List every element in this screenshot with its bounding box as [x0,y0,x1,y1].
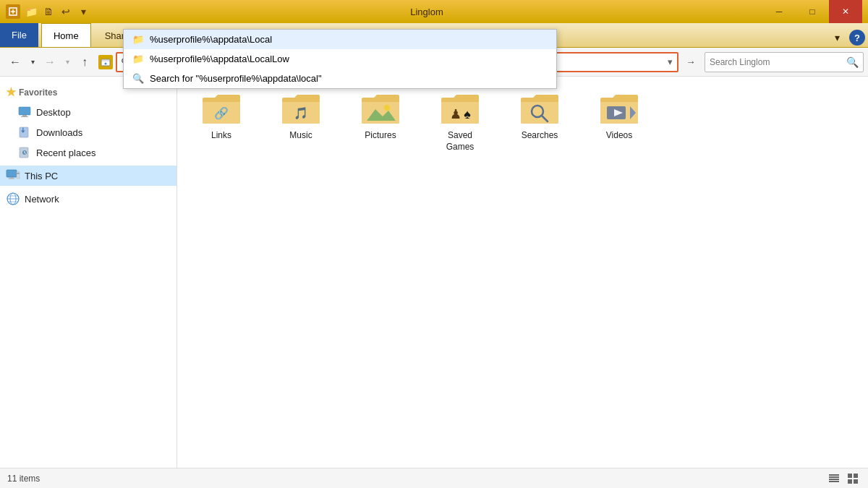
properties-quick-btn[interactable]: 🗎 [41,4,56,20]
autocomplete-dropdown: 📁 %userprofile%\appdata\Local 📁 %userpro… [123,29,557,89]
details-view-button[interactable] [826,471,842,487]
title-bar-left: 📁 🗎 ↩ ▾ [6,4,91,20]
svg-rect-34 [848,479,852,484]
folder-icon-small: 📁 [132,34,144,45]
up-button[interactable]: ↑ [74,52,95,72]
svg-text:♠: ♠ [464,107,471,121]
minimize-button[interactable]: ─ [762,0,796,23]
autocomplete-item-1[interactable]: 📁 %userprofile%\appdata\LocalLow [124,49,556,69]
folder-music-label: Music [289,130,312,142]
sidebar-section-network: Network [0,189,176,209]
ribbon-right: ▾ ? [827,28,868,47]
customize-quick-btn[interactable]: ▾ [75,4,91,20]
title-bar: 📁 🗎 ↩ ▾ Linglom ─ □ ✕ [0,0,868,23]
quick-access-toolbar[interactable]: 📁 🗎 ↩ ▾ [23,4,91,20]
folder-saved-games-icon: ♟ ♠ [438,91,482,127]
folder-links[interactable]: 🔗 Links [189,88,254,155]
svg-rect-10 [9,179,15,179]
folder-links-label: Links [211,130,231,142]
svg-rect-2 [19,107,30,115]
autocomplete-item-0[interactable]: 📁 %userprofile%\appdata\Local [124,30,556,49]
folder-searches-icon [518,91,561,127]
window-controls[interactable]: ─ □ ✕ [762,0,862,23]
svg-rect-12 [17,173,20,174]
search-input[interactable] [710,57,846,67]
window-title: Linglom [91,7,762,17]
item-count: 11 items [7,474,40,484]
sidebar-item-recent-places[interactable]: Recent places [0,142,176,163]
large-icons-view-button[interactable] [845,471,861,487]
svg-text:🎵: 🎵 [294,106,308,120]
folder-pictures[interactable]: Pictures [348,88,413,155]
forward-dropdown-button[interactable]: ▾ [62,52,72,72]
downloads-icon [17,125,32,140]
network-icon [6,192,20,206]
desktop-icon [17,105,32,119]
thispc-label: This PC [25,171,58,181]
search-icon-small: 🔍 [132,73,144,84]
svg-rect-35 [854,479,858,484]
sidebar: ★ Favorites Desktop Downloads Recent pl [0,77,177,468]
main-area: ★ Favorites Desktop Downloads Recent pl [0,77,868,468]
desktop-label: Desktop [36,107,71,118]
svg-rect-5 [20,127,28,137]
svg-rect-30 [829,479,839,480]
folder-links-icon: 🔗 [200,91,243,127]
svg-rect-9 [10,177,14,179]
folder-videos[interactable]: Videos [587,88,652,155]
help-button[interactable]: ? [849,30,865,46]
svg-point-1 [105,62,107,64]
folder-saved-games[interactable]: ♟ ♠ SavedGames [427,88,493,155]
svg-point-20 [384,105,390,111]
maximize-button[interactable]: □ [796,0,829,23]
svg-rect-4 [21,116,28,117]
folder-searches-label: Searches [522,130,558,142]
new-folder-quick-btn[interactable]: 📁 [23,4,39,20]
recent-places-label: Recent places [36,147,95,158]
folder-pictures-label: Pictures [365,130,396,142]
sidebar-item-thispc[interactable]: This PC [0,166,176,186]
tab-home[interactable]: Home [41,23,91,47]
svg-rect-29 [829,476,839,478]
ribbon-collapse-button[interactable]: ▾ [827,28,846,47]
go-button[interactable]: → [680,52,702,72]
svg-rect-11 [17,171,20,179]
content-area: 🔗 Links 🎵 Music [177,77,868,468]
undo-quick-btn[interactable]: ↩ [58,4,74,20]
svg-rect-31 [829,481,839,482]
svg-text:♟: ♟ [450,107,461,121]
svg-text:🔗: 🔗 [214,106,229,120]
back-button[interactable]: ← [4,52,26,72]
back-dropdown-button[interactable]: ▾ [27,52,38,72]
folder-saved-games-label: SavedGames [446,130,475,153]
app-icon [6,4,20,19]
nav-buttons: ← ▾ → ▾ ↑ [4,52,95,72]
recent-places-icon [17,145,32,160]
close-button[interactable]: ✕ [829,0,862,23]
sidebar-item-network[interactable]: Network [0,189,176,209]
star-icon: ★ [6,85,16,99]
folder-videos-label: Videos [606,130,632,142]
sidebar-item-desktop[interactable]: Desktop [0,102,176,122]
folder-videos-icon [597,91,641,127]
sidebar-item-downloads[interactable]: Downloads [0,122,176,142]
svg-rect-33 [854,474,858,478]
thispc-icon [6,168,20,183]
tab-file[interactable]: File [0,23,38,47]
autocomplete-item-2[interactable]: 🔍 Search for "%userprofile%\appdata\loca… [124,69,556,88]
view-toggle [826,471,861,487]
search-icon: 🔍 [846,56,859,68]
address-location-icon [98,55,113,69]
network-label: Network [25,194,59,205]
search-box[interactable]: 🔍 [705,52,864,72]
svg-rect-3 [22,115,27,116]
folder-music[interactable]: 🎵 Music [268,88,333,155]
status-bar: 11 items [0,468,868,488]
svg-rect-8 [7,170,17,177]
downloads-label: Downloads [36,127,82,138]
folder-icon-small: 📁 [132,53,144,64]
folder-searches[interactable]: Searches [507,88,572,155]
address-dropdown-button[interactable]: ▾ [663,53,677,71]
forward-button[interactable]: → [39,52,61,72]
folder-music-icon: 🎵 [279,91,323,127]
